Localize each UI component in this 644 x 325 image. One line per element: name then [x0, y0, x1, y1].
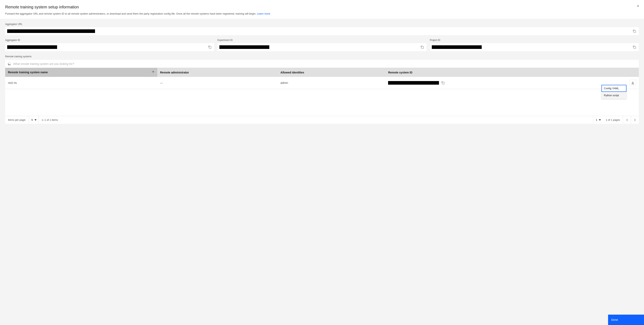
copy-icon	[633, 30, 636, 33]
subtitle-text: Forward the aggregator URL and remote sy…	[5, 12, 257, 15]
aggregator-id-box	[5, 43, 214, 51]
project-id-value-redacted	[432, 45, 482, 49]
copy-aggregator-id-button[interactable]	[208, 45, 212, 50]
cell-identities: admin	[278, 77, 386, 89]
project-id-field: Project ID	[430, 39, 639, 51]
search-icon	[8, 62, 11, 66]
aggregator-url-value-redacted	[7, 29, 95, 33]
rts-table: Remote training system name Remote admin…	[5, 68, 639, 89]
caret-left-icon	[626, 119, 628, 121]
project-id-label: Project ID	[430, 39, 639, 42]
experiment-id-box	[218, 43, 426, 51]
items-per-page-label: Items per page:	[5, 118, 29, 122]
cell-sysid	[385, 77, 594, 89]
experiment-id-value-redacted	[220, 45, 269, 49]
next-page-button[interactable]	[631, 116, 639, 124]
aggregator-id-label: Aggregator ID	[5, 39, 214, 42]
pages-text: 1 of 1 pages	[603, 118, 623, 122]
aggregator-id-value-redacted	[7, 45, 57, 49]
modal-subtitle: Forward the aggregator URL and remote sy…	[5, 12, 639, 15]
cell-download: Config YAML Python script	[594, 77, 639, 89]
copy-project-id-button[interactable]	[632, 45, 637, 50]
copy-icon	[442, 81, 444, 84]
modal-header: Remote training system setup information…	[0, 0, 644, 19]
aggregator-url-box	[5, 27, 639, 35]
close-button[interactable]	[635, 3, 641, 9]
pagination-right: 1 1 of 1 pages	[593, 116, 639, 124]
aggregator-id-field: Aggregator ID	[5, 39, 214, 51]
download-dropdown: Config YAML Python script	[602, 85, 626, 99]
experiment-id-label: Experiment ID	[218, 39, 426, 42]
copy-icon	[633, 46, 636, 49]
remote-system-id-redacted	[388, 81, 439, 85]
col-header-sysid[interactable]: Remote system ID	[385, 68, 594, 77]
aggregator-url-label: Aggregator URL	[5, 23, 639, 26]
download-icon	[631, 81, 634, 84]
page-select[interactable]: 1	[593, 116, 603, 124]
col-header-identities[interactable]: Allowed identities	[278, 68, 386, 77]
caret-right-icon	[634, 119, 636, 121]
id-row: Aggregator ID Experiment ID	[5, 39, 639, 51]
items-per-page-select[interactable]: 5	[29, 116, 39, 124]
aggregator-url-field: Aggregator URL	[5, 23, 639, 35]
table-wrap: Remote training system name Remote admin…	[5, 68, 639, 116]
dropdown-item-python-script[interactable]: Python script	[602, 92, 626, 99]
copy-aggregator-url-button[interactable]	[632, 29, 637, 34]
download-button[interactable]	[630, 80, 636, 86]
modal-container: Remote training system setup information…	[0, 0, 644, 325]
search-input[interactable]	[13, 62, 636, 66]
sort-asc-icon	[152, 71, 154, 74]
prev-page-button[interactable]	[623, 116, 631, 124]
copy-icon	[208, 46, 212, 49]
dropdown-item-config-yaml[interactable]: Config YAML	[602, 85, 626, 92]
table-row: nick rts — admin	[5, 77, 639, 89]
pagination-left: Items per page: 5 1–1 of 1 items	[5, 116, 61, 124]
done-button[interactable]: Done	[608, 314, 644, 325]
modal-body: Aggregator URL Aggregator ID Experim	[0, 19, 644, 128]
cell-name: nick rts	[5, 77, 157, 89]
table-header-row: Remote training system name Remote admin…	[5, 68, 639, 77]
search-row	[5, 60, 639, 68]
remote-training-systems-section: Remote training systems Remote training …	[5, 55, 639, 124]
col-header-name[interactable]: Remote training system name	[5, 68, 157, 77]
col-header-admin[interactable]: Remote administrator	[157, 68, 278, 77]
close-icon	[636, 4, 640, 8]
col-header-name-text: Remote training system name	[8, 71, 48, 74]
copy-icon	[420, 46, 424, 49]
rts-section-label: Remote training systems	[5, 55, 639, 58]
copy-remote-system-id-button[interactable]	[440, 80, 445, 85]
copy-experiment-id-button[interactable]	[420, 45, 424, 50]
pagination: Items per page: 5 1–1 of 1 items 1 1 of …	[5, 116, 639, 124]
experiment-id-field: Experiment ID	[218, 39, 426, 51]
items-range-text: 1–1 of 1 items	[39, 118, 61, 122]
cell-admin: —	[157, 77, 278, 89]
modal-title: Remote training system setup information	[5, 5, 639, 10]
project-id-box	[430, 43, 639, 51]
learn-more-link[interactable]: Learn more	[257, 12, 270, 15]
col-header-download	[594, 68, 639, 77]
